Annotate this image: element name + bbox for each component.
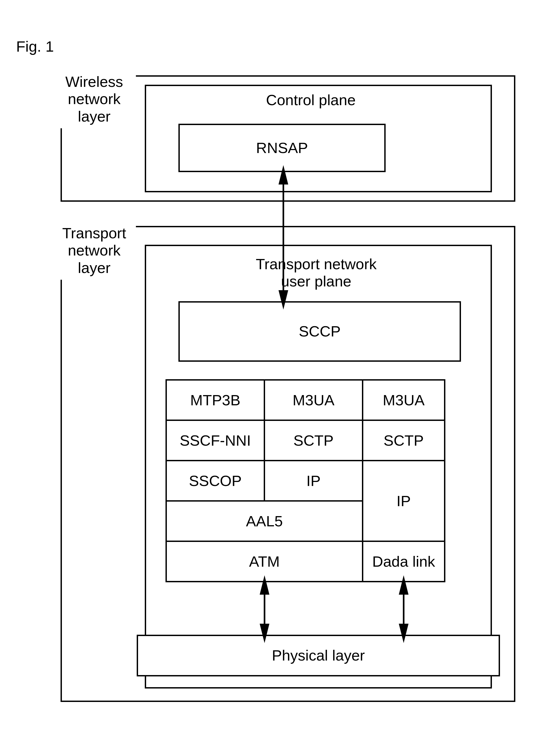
- cell-m3ua-2: M3UA: [362, 379, 445, 421]
- cell-aal5: AAL5: [165, 500, 363, 542]
- cell-sscop: SSCOP: [165, 460, 265, 501]
- physical-layer-box: Physical layer: [137, 635, 500, 676]
- rnsap-box: RNSAP: [178, 124, 386, 172]
- cell-sscf-nni: SSCF-NNI: [165, 419, 265, 461]
- arrow-rnsap-sccp: [279, 172, 287, 303]
- arrow-datalink-physical: [400, 582, 408, 636]
- transport-layer-label: Transport network layer: [52, 221, 136, 280]
- control-plane-title: Control plane: [230, 91, 392, 109]
- arrow-atm-physical: [260, 582, 269, 636]
- transport-user-plane-title: Transport network user plane: [219, 256, 413, 290]
- figure-label: Fig. 1: [16, 38, 54, 55]
- cell-m3ua-1: M3UA: [264, 379, 363, 421]
- diagram-root: Wireless network layer Control plane RNS…: [61, 75, 515, 702]
- cell-ip-big: IP: [362, 460, 445, 542]
- sccp-box: SCCP: [178, 301, 461, 362]
- cell-sctp-2: SCTP: [362, 419, 445, 461]
- cell-atm: ATM: [165, 540, 363, 582]
- cell-sctp-1: SCTP: [264, 419, 363, 461]
- cell-ip-small: IP: [264, 460, 363, 501]
- wireless-layer-label: Wireless network layer: [52, 70, 136, 128]
- cell-mtp3b: MTP3B: [165, 379, 265, 421]
- cell-data-link: Dada link: [362, 540, 445, 582]
